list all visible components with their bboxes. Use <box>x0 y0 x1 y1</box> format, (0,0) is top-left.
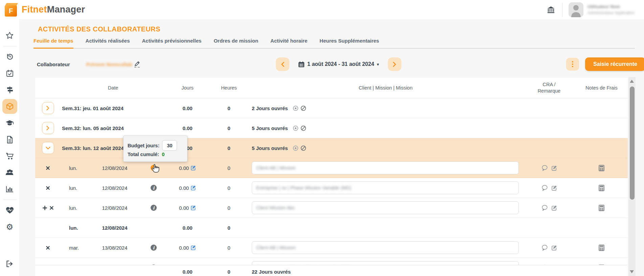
saisie-recurrente-button[interactable]: Saisie récurrente <box>585 57 644 71</box>
edit-jours-icon[interactable] <box>191 185 196 191</box>
sidebar-item-training[interactable] <box>2 116 17 130</box>
target-icon[interactable] <box>293 145 298 151</box>
remark-edit-icon[interactable] <box>551 165 557 171</box>
calculator-icon[interactable] <box>599 165 604 171</box>
tab-0[interactable]: Feuille de temps <box>34 38 73 49</box>
delete-line-icon[interactable] <box>46 166 50 170</box>
target-icon[interactable] <box>293 125 298 131</box>
next-period-button[interactable] <box>388 57 401 71</box>
sidebar-item-settings[interactable]: ⚙ <box>2 220 17 234</box>
remark-edit-icon[interactable] <box>551 265 557 265</box>
sidebar-item-planning[interactable] <box>2 66 17 81</box>
tab-3[interactable]: Ordres de mission <box>214 38 258 49</box>
expand-week-button[interactable] <box>42 142 54 154</box>
gear-icon: ⚙ <box>6 223 14 231</box>
client-mission-input[interactable]: Client Mission Abc <box>252 201 519 214</box>
calculator-icon[interactable] <box>599 205 604 211</box>
users-icon <box>5 169 14 176</box>
remark-edit-icon[interactable] <box>551 205 557 211</box>
edit-collaborateur-button[interactable] <box>134 61 140 68</box>
day-label: lun. <box>61 225 88 231</box>
week-label: Sem.32: lun. 05 août 2024 <box>61 125 165 131</box>
sidebar-item-reports[interactable] <box>2 182 17 197</box>
table-body: Sem.31: jeu. 01 août 2024 0.00 0 2 Jours… <box>35 98 628 265</box>
no-entry-icon[interactable] <box>301 145 306 151</box>
scroll-up-arrow-icon[interactable] <box>630 80 634 83</box>
sidebar-item-logout[interactable] <box>2 256 17 271</box>
table-footer-row: 0.00 0 22 Jours ouvrés <box>35 265 628 276</box>
client-mission-input[interactable]: Entreprise | xx | Phase Mission Variable… <box>252 261 519 265</box>
sidebar-item-favorites[interactable] <box>2 28 17 43</box>
client-mission-input[interactable]: Entreprise | xx | Phase Mission Variable… <box>252 181 519 194</box>
tab-2[interactable]: Activités prévisionnelles <box>142 38 201 49</box>
sidebar-item-documents[interactable] <box>2 132 17 147</box>
bank-icon[interactable] <box>546 5 556 15</box>
table-row-detail: lun. 12/08/2024 i 0.00 0 Client Mission … <box>35 198 628 218</box>
sidebar-item-activities[interactable] <box>2 99 17 114</box>
tab-5[interactable]: Heures Supplémentaires <box>319 38 379 49</box>
target-icon[interactable] <box>293 105 298 111</box>
chevron-down-icon <box>46 147 50 150</box>
info-icon[interactable]: i <box>151 245 157 251</box>
delete-line-icon[interactable] <box>50 206 53 210</box>
tab-1[interactable]: Activités réalisées <box>86 38 130 49</box>
add-line-icon[interactable] <box>43 206 47 210</box>
calculator-icon[interactable] <box>599 265 604 265</box>
client-mission-input[interactable]: Client AB | Mission <box>252 241 519 254</box>
info-icon[interactable]: i <box>151 185 157 191</box>
user-menu[interactable]: Utilisateur Nom Administrateur Applicati… <box>569 2 635 17</box>
calculator-icon[interactable] <box>599 245 604 251</box>
comment-icon[interactable] <box>541 265 548 265</box>
edit-jours-icon[interactable] <box>191 165 196 171</box>
expand-week-button[interactable] <box>42 102 54 114</box>
day-label: lun. <box>61 205 88 211</box>
app-logo[interactable]: F FitnetManager <box>5 2 85 17</box>
budget-jours-input[interactable]: 30 <box>162 140 177 151</box>
app-title: FitnetManager <box>22 4 85 15</box>
collaborateur-label: Collaborateur <box>37 61 70 67</box>
info-icon[interactable]: i <box>151 265 157 265</box>
kebab-icon <box>572 61 573 62</box>
chevron-right-icon <box>393 62 396 67</box>
client-mission-input[interactable]: Client AB | Mission <box>252 161 519 174</box>
jours-value: 0.00 <box>179 205 189 211</box>
no-entry-icon[interactable] <box>301 125 306 131</box>
sidebar-item-purchases[interactable] <box>2 149 17 164</box>
sidebar: ⚙ <box>0 19 19 276</box>
no-entry-icon[interactable] <box>301 105 306 111</box>
date-range-picker[interactable]: 1 août 2024 - 31 août 2024 ▾ <box>298 61 379 68</box>
remark-edit-icon[interactable] <box>551 245 557 251</box>
chevron-right-icon <box>46 106 49 110</box>
heures-value: 0 <box>209 185 248 191</box>
more-options-button[interactable] <box>566 58 579 71</box>
scroll-down-arrow-icon[interactable] <box>630 270 634 273</box>
delete-line-icon[interactable] <box>46 186 50 190</box>
sidebar-item-hr[interactable] <box>2 165 17 180</box>
comment-icon[interactable] <box>541 185 548 191</box>
comment-icon[interactable] <box>541 205 548 211</box>
column-header-jours: Jours <box>165 85 209 91</box>
calculator-icon[interactable] <box>599 185 604 191</box>
jours-ouvres-label: 2 Jours ouvrés <box>252 105 288 111</box>
sidebar-item-health[interactable] <box>2 203 17 218</box>
column-header-client-mission: Client | Mission | Mission <box>248 85 523 91</box>
scrollbar-thumb[interactable] <box>630 86 635 200</box>
previous-period-button[interactable] <box>276 57 289 71</box>
day-label: lun. <box>61 165 88 171</box>
graduation-cap-icon <box>5 119 14 127</box>
tab-4[interactable]: Activité horaire <box>270 38 307 49</box>
comment-icon[interactable] <box>541 165 548 171</box>
jours-ouvres-label: 5 Jours ouvrés <box>252 145 288 151</box>
table-row-day-subtotal: lun. 12/08/2024 0.00 0 <box>35 218 628 238</box>
edit-jours-icon[interactable] <box>191 245 196 250</box>
vertical-scrollbar[interactable] <box>628 77 636 276</box>
remark-edit-icon[interactable] <box>551 185 557 191</box>
comment-icon[interactable] <box>541 245 548 251</box>
sidebar-item-history[interactable] <box>2 49 17 64</box>
expand-week-button[interactable] <box>42 122 54 134</box>
info-icon[interactable]: i <box>151 165 157 171</box>
sidebar-item-directions[interactable] <box>2 82 17 97</box>
info-icon[interactable]: i <box>151 205 157 211</box>
delete-line-icon[interactable] <box>46 246 50 250</box>
edit-jours-icon[interactable] <box>191 205 196 210</box>
